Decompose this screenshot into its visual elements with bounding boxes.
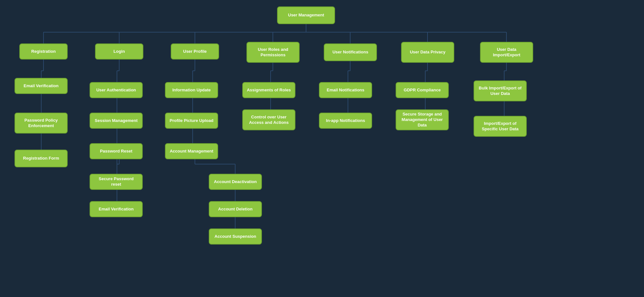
node-registration: Registration [19, 43, 68, 60]
node-login: Login [95, 43, 143, 60]
node-secure-storage: Secure Storage and Management of User Da… [396, 109, 449, 130]
node-secure-pwd-reset: Secure Password reset [90, 174, 143, 190]
node-user-profile: User Profile [171, 43, 219, 60]
diagram-container: User Management Registration Login User … [0, 0, 644, 297]
node-password-reset: Password Reset [90, 143, 143, 159]
node-registration-form: Registration Form [14, 150, 68, 167]
node-bulk-import: Bulk Import/Export of User Data [474, 80, 527, 101]
node-account-deactivation: Account Deactivation [209, 174, 262, 190]
node-user-management: User Management [277, 6, 335, 24]
node-assignments-roles: Assignments of Roles [242, 82, 295, 98]
node-email-notif: Email Notifications [319, 82, 372, 98]
node-user-data-privacy: User Data Privacy [401, 42, 454, 63]
node-gdpr: GDPR Compliance [396, 82, 449, 98]
node-import-specific: Import/Export of Specific User Data [474, 116, 527, 137]
node-inapp-notif: In-app Notifications [319, 113, 372, 129]
node-email-verification1: Email Verification [14, 78, 68, 94]
node-account-deletion: Account Deletion [209, 201, 262, 217]
node-account-mgmt: Account Management [165, 143, 218, 159]
node-profile-pic: Profile Picture Upload [165, 113, 218, 129]
node-password-policy: Password Policy Enforcement [14, 113, 68, 134]
node-user-roles: User Roles and Permissions [246, 42, 300, 63]
node-session-mgmt: Session Management [90, 113, 143, 129]
node-info-update: Information Update [165, 82, 218, 98]
node-user-data-import: User Data Import/Export [480, 42, 533, 63]
node-control-user-access: Control over User Access and Actions [242, 109, 295, 130]
node-user-auth: User Authentication [90, 82, 143, 98]
node-user-notifications: User Notifications [324, 43, 377, 61]
node-account-suspension: Account Suspension [209, 228, 262, 245]
node-email-verification2: Email Verification [90, 201, 143, 217]
